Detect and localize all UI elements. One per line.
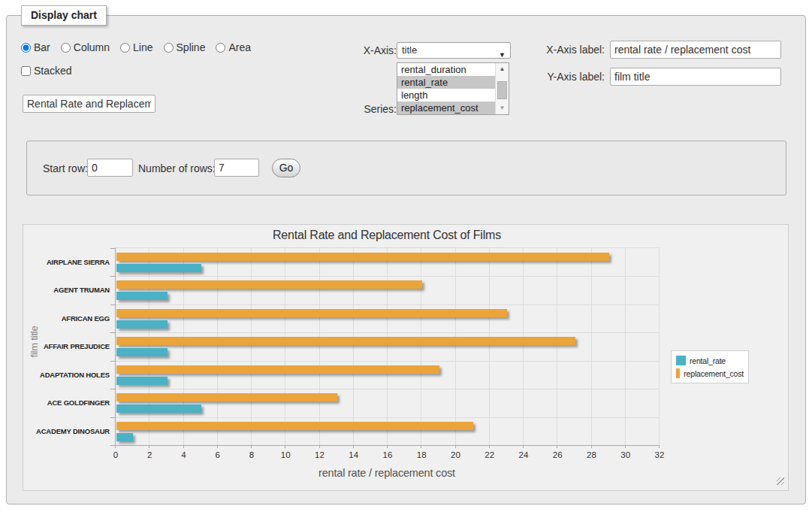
y-tick	[110, 276, 115, 277]
bar-replacement_cost	[116, 280, 422, 289]
scrollbar-up-icon[interactable]: ▲	[496, 64, 509, 74]
x-gridline	[421, 248, 421, 445]
x-tick	[625, 445, 626, 448]
y-gridline	[116, 304, 660, 305]
x-tick	[183, 445, 184, 448]
x-axis-selected-value: title	[402, 44, 417, 56]
x-gridline	[659, 248, 660, 445]
category-label: ACADEMY DINOSAUR	[24, 417, 110, 445]
chart-type-label: Line	[133, 41, 152, 53]
bar-rental_rate	[116, 264, 201, 272]
x-tick-label: 6	[204, 450, 231, 459]
x-tick-label: 28	[578, 450, 605, 459]
x-tick-label: 16	[374, 450, 401, 459]
start-row-label: Start row:	[43, 162, 88, 174]
resize-handle-icon[interactable]	[777, 477, 784, 485]
bar-rental_rate	[116, 433, 133, 441]
category-label: ACE GOLDFINGER	[24, 389, 110, 417]
fieldset-legend: Display chart	[21, 5, 107, 26]
start-row-input[interactable]	[87, 159, 133, 177]
scrollbar-down-icon[interactable]: ▼	[496, 103, 509, 114]
chart-type-radio-column[interactable]	[61, 43, 71, 53]
x-tick-label: 10	[272, 450, 299, 459]
x-gridline	[455, 248, 456, 445]
stacked-checkbox[interactable]	[21, 66, 31, 76]
series-option-rental_rate[interactable]: rental_rate	[397, 76, 496, 89]
x-gridline	[251, 248, 252, 445]
chart-type-option-bar: Bar	[21, 41, 50, 53]
bar-rental_rate	[116, 404, 201, 413]
x-tick	[591, 445, 592, 448]
chart-type-label: Bar	[34, 41, 50, 53]
number-of-rows-input[interactable]	[214, 159, 259, 177]
go-button[interactable]: Go	[272, 159, 300, 177]
legend-label: rental_rate	[690, 356, 726, 365]
chevron-down-icon: ▼	[499, 47, 506, 62]
x-axis-label-input[interactable]	[610, 41, 781, 59]
category-label: AFRICAN EGG	[24, 304, 110, 332]
x-gridline	[319, 248, 320, 445]
chart-type-radio-spline[interactable]	[164, 43, 174, 53]
category-label: AFFAIR PREJUDICE	[24, 332, 110, 360]
x-tick	[455, 445, 456, 448]
y-axis-label-input[interactable]	[610, 68, 781, 86]
series-option-length[interactable]: length	[397, 89, 496, 101]
chart-type-label: Column	[74, 41, 110, 53]
x-tick-label: 24	[510, 450, 537, 459]
chart-legend: rental_ratereplacement_cost	[671, 350, 749, 383]
x-gridline	[285, 248, 285, 445]
series-options: rental_durationrental_ratelengthreplacem…	[397, 63, 496, 114]
legend-label: replacement_cost	[684, 369, 744, 378]
y-gridline	[116, 276, 660, 277]
series-multiselect[interactable]: rental_durationrental_ratelengthreplacem…	[397, 62, 509, 115]
x-gridline	[591, 248, 592, 445]
x-tick-label: 4	[171, 450, 198, 459]
bar-replacement_cost	[116, 337, 575, 345]
chart-type-radio-line[interactable]	[120, 43, 130, 53]
x-tick-label: 2	[136, 450, 163, 459]
chart-title: Rental Rate and Replacement Cost of Film…	[115, 229, 659, 242]
bar-replacement_cost	[116, 365, 439, 374]
chart-title-input[interactable]	[23, 95, 155, 113]
x-axis-title: rental rate / replacement cost	[115, 467, 659, 479]
x-gridline	[523, 248, 524, 445]
category-label: AIRPLANE SIERRA	[24, 248, 110, 276]
x-tick	[421, 445, 421, 448]
x-tick-label: 12	[306, 450, 334, 459]
x-gridline	[625, 248, 626, 445]
plot-area: 02468101214161820222426283032AIRPLANE SI…	[115, 247, 660, 446]
series-list-scrollbar[interactable]: ▲ ▼	[495, 63, 509, 114]
x-gridline	[353, 248, 354, 445]
y-gridline	[116, 361, 660, 362]
chart-type-radio-bar[interactable]	[21, 43, 31, 53]
x-tick	[523, 445, 524, 448]
legend-swatch-icon	[676, 368, 680, 378]
bar-replacement_cost	[116, 422, 473, 430]
stacked-option: Stacked	[21, 65, 72, 77]
bar-replacement_cost	[116, 309, 507, 317]
legend-item-rental_rate[interactable]: rental_rate	[676, 354, 744, 367]
y-axis-label-field-label: Y-Axis label:	[530, 71, 605, 83]
x-axis-select[interactable]: title ▼	[397, 42, 511, 59]
x-tick	[251, 445, 252, 448]
chart-type-option-line: Line	[120, 41, 152, 53]
chart-type-radio-area[interactable]	[216, 43, 225, 53]
scrollbar-thumb[interactable]	[497, 81, 507, 99]
bar-replacement_cost	[116, 393, 337, 401]
chart-type-option-column: Column	[61, 41, 110, 53]
y-tick	[110, 389, 115, 389]
chart-type-label: Area	[228, 41, 251, 53]
x-tick	[115, 445, 116, 448]
category-label: AGENT TRUMAN	[24, 276, 110, 304]
legend-swatch-icon	[676, 356, 686, 365]
y-gridline	[116, 332, 660, 333]
series-option-rental_duration[interactable]: rental_duration	[397, 63, 496, 76]
x-tick-label: 32	[646, 450, 673, 459]
x-tick-label: 0	[102, 450, 129, 459]
y-tick	[110, 417, 115, 418]
x-tick-label: 8	[238, 450, 265, 459]
series-option-replacement_cost[interactable]: replacement_cost	[397, 101, 496, 114]
x-tick-label: 26	[544, 450, 571, 459]
x-tick	[489, 445, 490, 448]
legend-item-replacement_cost[interactable]: replacement_cost	[676, 367, 744, 380]
